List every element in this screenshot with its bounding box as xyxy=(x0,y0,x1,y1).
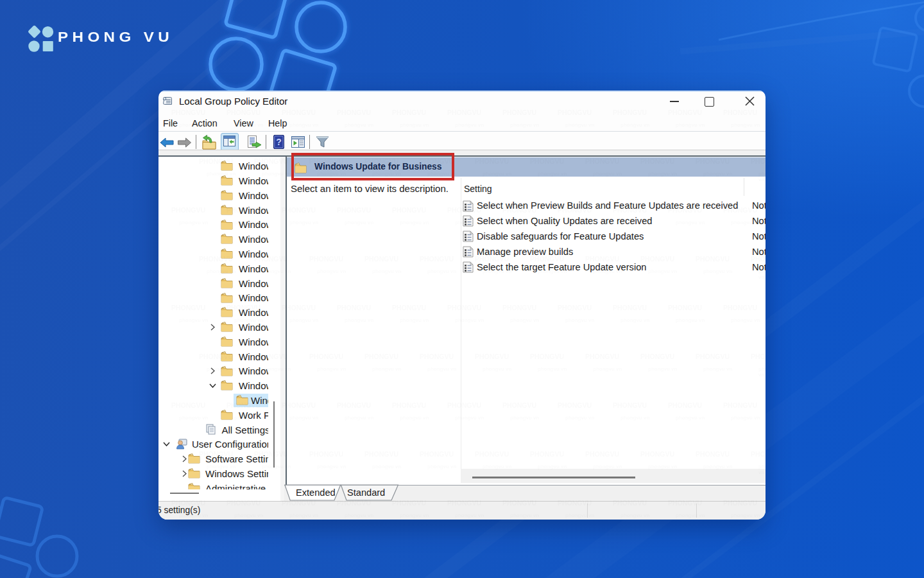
svg-text:?: ? xyxy=(276,137,282,147)
